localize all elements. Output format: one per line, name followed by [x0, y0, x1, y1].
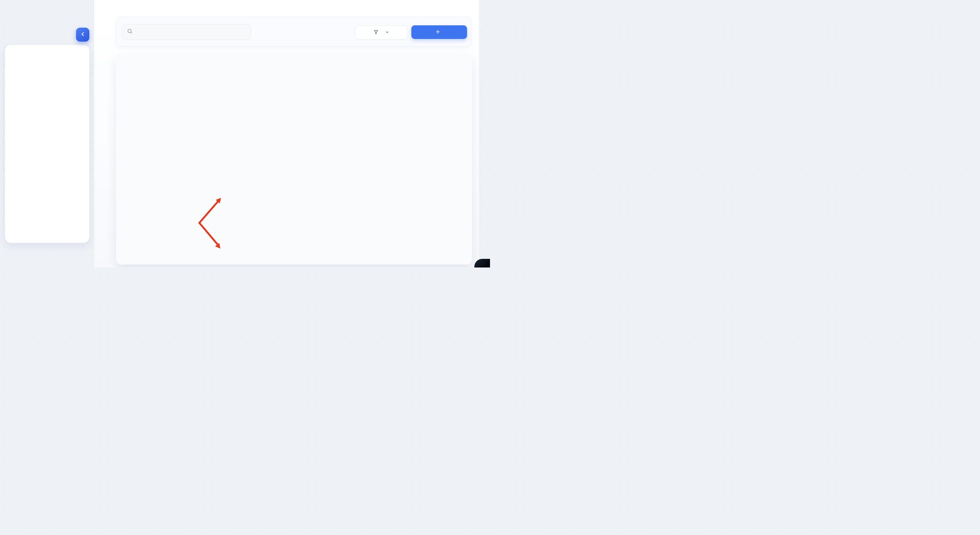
- search-input[interactable]: [136, 29, 246, 35]
- search-icon: [127, 28, 133, 36]
- search-box[interactable]: [122, 24, 251, 40]
- clusters-toolbar: [116, 17, 471, 47]
- sidebar-collapse-button[interactable]: [76, 28, 89, 42]
- chevron-left-icon: [80, 31, 86, 38]
- status-filter-dropdown[interactable]: [355, 25, 408, 40]
- clusters-table: [116, 55, 472, 265]
- chevron-down-icon: [385, 30, 390, 36]
- import-cluster-button[interactable]: [411, 25, 467, 39]
- sidebar-divider-line: [94, 0, 94, 268]
- filter-funnel-icon: [373, 29, 379, 36]
- plus-icon: [435, 29, 441, 36]
- sidebar: [5, 45, 89, 243]
